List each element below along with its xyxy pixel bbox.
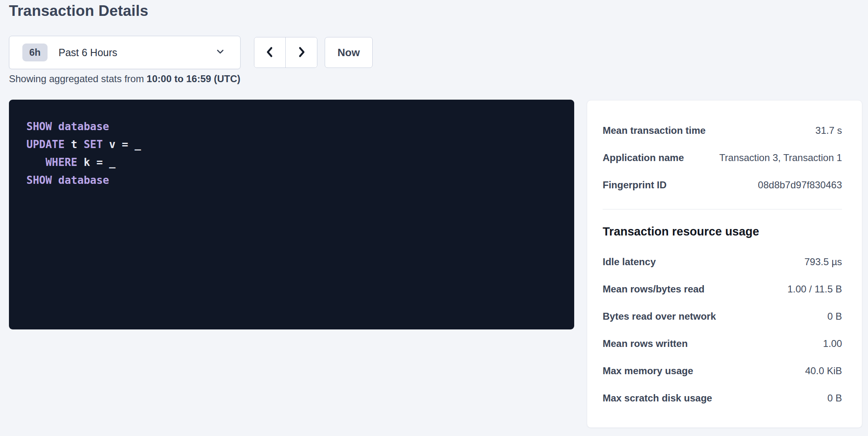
stat-label: Idle latency xyxy=(603,256,656,268)
sql-identifier: v = _ xyxy=(103,138,141,150)
stat-row: Fingerprint ID08d8b7d97f830463 xyxy=(603,171,842,198)
stat-label: Mean transaction time xyxy=(603,125,705,136)
time-range-label: Past 6 Hours xyxy=(59,47,117,59)
stat-label: Max memory usage xyxy=(603,365,693,377)
sql-line: SHOW database xyxy=(26,171,562,189)
sql-keyword: WHERE xyxy=(46,156,77,168)
time-range-badge: 6h xyxy=(22,44,48,61)
stat-label: Bytes read over network xyxy=(603,311,716,322)
resource-usage-rows: Idle latency793.5 µsMean rows/bytes read… xyxy=(603,248,842,412)
sql-keyword: UPDATE xyxy=(26,138,65,150)
now-button[interactable]: Now xyxy=(325,37,373,68)
stat-value: 793.5 µs xyxy=(804,256,842,268)
page-title: Transaction Details xyxy=(9,2,148,20)
stat-value: 31.7 s xyxy=(816,125,842,136)
stat-label: Max scratch disk usage xyxy=(603,392,712,404)
stat-value: 08d8b7d97f830463 xyxy=(758,179,842,191)
sql-statement-box: SHOW databaseUPDATE t SET v = _ WHERE k … xyxy=(9,100,574,329)
time-range-select[interactable]: 6h Past 6 Hours xyxy=(9,36,241,69)
stat-row: Max memory usage40.0 KiB xyxy=(603,357,842,384)
stat-row: Max scratch disk usage0 B xyxy=(603,384,842,412)
resource-usage-heading: Transaction resource usage xyxy=(603,225,842,238)
transaction-stats-card: Mean transaction time31.7 sApplication n… xyxy=(587,100,862,428)
sql-line: SHOW database xyxy=(26,118,562,135)
next-range-button[interactable] xyxy=(286,37,317,68)
sql-line: UPDATE t SET v = _ xyxy=(26,135,562,153)
chevron-right-icon xyxy=(295,46,308,59)
sql-identifier: t xyxy=(65,138,84,150)
sql-identifier xyxy=(26,156,46,168)
prev-range-button[interactable] xyxy=(254,37,286,68)
sql-identifier: k = _ xyxy=(77,156,115,168)
stat-value: 1.00 xyxy=(823,338,842,349)
stat-row: Mean rows/bytes read1.00 / 11.5 B xyxy=(603,275,842,303)
stat-row: Mean transaction time31.7 s xyxy=(603,117,842,144)
stat-label: Application name xyxy=(603,152,684,164)
card-divider xyxy=(603,209,842,209)
stat-label: Fingerprint ID xyxy=(603,179,666,191)
time-nav-group xyxy=(254,37,317,68)
chevron-left-icon xyxy=(264,46,276,59)
transaction-details-page: Transaction Details 6h Past 6 Hours xyxy=(0,0,868,436)
stat-row: Application nameTransaction 3, Transacti… xyxy=(603,144,842,171)
stat-label: Mean rows written xyxy=(603,338,688,349)
sql-keyword: SHOW database xyxy=(26,120,109,133)
stat-value: Transaction 3, Transaction 1 xyxy=(719,152,842,164)
stat-row: Bytes read over network0 B xyxy=(603,303,842,330)
transaction-details-rows: Mean transaction time31.7 sApplication n… xyxy=(603,117,842,198)
stat-value: 0 B xyxy=(827,311,842,322)
stat-value: 1.00 / 11.5 B xyxy=(788,283,842,295)
sql-line: WHERE k = _ xyxy=(26,153,562,171)
caption-prefix: Showing aggregated stats from xyxy=(9,73,147,84)
caption-range: 10:00 to 16:59 (UTC) xyxy=(147,73,241,84)
stat-value: 40.0 KiB xyxy=(805,365,842,377)
sql-keyword: SHOW database xyxy=(26,174,109,186)
stat-row: Idle latency793.5 µs xyxy=(603,248,842,275)
stat-row: Mean rows written1.00 xyxy=(603,330,842,357)
aggregation-caption: Showing aggregated stats from 10:00 to 1… xyxy=(9,73,241,85)
stat-label: Mean rows/bytes read xyxy=(603,283,705,295)
stat-value: 0 B xyxy=(827,392,842,404)
sql-keyword: SET xyxy=(84,138,103,150)
chevron-down-icon xyxy=(215,46,226,59)
